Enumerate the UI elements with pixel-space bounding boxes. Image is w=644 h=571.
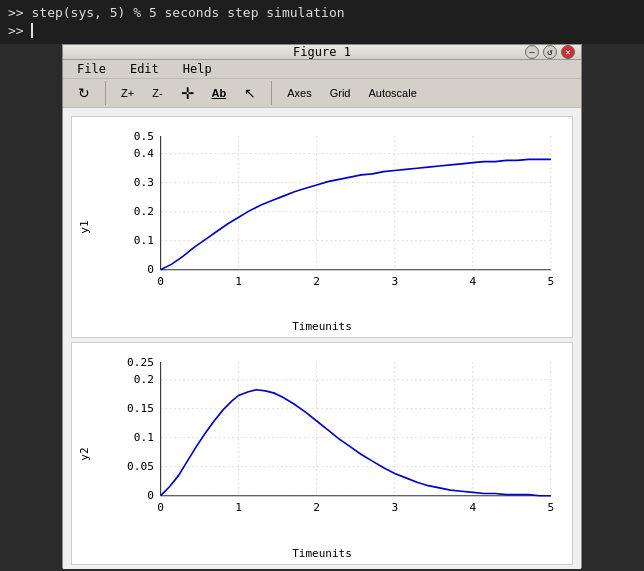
tb-autoscale[interactable]: Autoscale <box>361 79 423 107</box>
tb-grid[interactable]: Grid <box>323 79 358 107</box>
svg-text:0.25: 0.25 <box>127 357 154 370</box>
svg-text:0.2: 0.2 <box>134 205 154 218</box>
tb-select[interactable]: ↖ <box>237 79 263 107</box>
svg-text:2: 2 <box>313 502 320 515</box>
figure-title: Figure 1 <box>293 45 351 59</box>
plot-area: y1 Timeunits <box>63 108 581 569</box>
chart2-xlabel: Timeunits <box>292 547 352 560</box>
svg-text:5: 5 <box>547 502 554 515</box>
figure-titlebar: Figure 1 – ↺ ✕ <box>63 45 581 60</box>
svg-text:0.05: 0.05 <box>127 460 154 473</box>
tb-zoom-in[interactable]: Z+ <box>114 79 141 107</box>
tb-divider1 <box>105 81 106 105</box>
svg-text:0.1: 0.1 <box>134 234 154 247</box>
svg-text:0: 0 <box>147 489 154 502</box>
svg-text:1: 1 <box>235 502 242 515</box>
svg-text:4: 4 <box>469 275 476 288</box>
chart2: y2 Timeunits <box>71 342 573 564</box>
svg-text:0.1: 0.1 <box>134 431 154 444</box>
prompt2: >> <box>8 23 31 38</box>
svg-text:3: 3 <box>391 275 398 288</box>
close-button[interactable]: ✕ <box>561 45 575 59</box>
tb-axes[interactable]: Axes <box>280 79 318 107</box>
svg-text:0.5: 0.5 <box>134 130 154 143</box>
cursor <box>31 23 41 38</box>
svg-text:2: 2 <box>313 275 320 288</box>
tb-divider2 <box>271 81 272 105</box>
tb-text[interactable]: Ab <box>205 79 234 107</box>
svg-text:4: 4 <box>469 502 476 515</box>
tb-zoom-out[interactable]: Z- <box>145 79 169 107</box>
menu-help[interactable]: Help <box>177 60 218 78</box>
chart1-svg: 0 0.1 0.2 0.3 0.4 0.5 0 1 2 3 4 5 <box>116 127 562 305</box>
svg-text:0.15: 0.15 <box>127 402 154 415</box>
chart1-ylabel: y1 <box>78 221 91 234</box>
tb-spin[interactable]: ↻ <box>71 79 97 107</box>
window-controls: – ↺ ✕ <box>525 45 575 59</box>
prompt1: >> <box>8 5 31 20</box>
svg-text:5: 5 <box>547 275 554 288</box>
svg-text:1: 1 <box>235 275 242 288</box>
terminal: >> step(sys, 5) % 5 seconds step simulat… <box>0 0 644 44</box>
chart1: y1 Timeunits <box>71 116 573 338</box>
figure-window: Figure 1 – ↺ ✕ File Edit Help ↻ Z+ Z- ✛ … <box>62 44 582 568</box>
chart1-inner: y1 Timeunits <box>72 117 572 337</box>
svg-text:0: 0 <box>157 502 164 515</box>
tb-pan[interactable]: ✛ <box>174 79 201 107</box>
svg-text:0: 0 <box>157 275 164 288</box>
svg-text:0: 0 <box>147 263 154 276</box>
svg-text:0.2: 0.2 <box>134 373 154 386</box>
chart2-inner: y2 Timeunits <box>72 343 572 563</box>
menu-edit[interactable]: Edit <box>124 60 165 78</box>
terminal-line2: >> <box>8 22 636 40</box>
terminal-line1: >> step(sys, 5) % 5 seconds step simulat… <box>8 4 636 22</box>
chart2-svg: 0 0.05 0.1 0.15 0.2 0.25 0 1 2 3 4 5 <box>116 353 562 531</box>
menubar: File Edit Help <box>63 60 581 79</box>
toolbar: ↻ Z+ Z- ✛ Ab ↖ Axes Grid Autoscale <box>63 79 581 108</box>
restore-button[interactable]: ↺ <box>543 45 557 59</box>
minimize-button[interactable]: – <box>525 45 539 59</box>
cmd1: step(sys, 5) % 5 seconds step simulation <box>31 5 344 20</box>
menu-file[interactable]: File <box>71 60 112 78</box>
chart2-ylabel: y2 <box>78 447 91 460</box>
chart1-xlabel: Timeunits <box>292 320 352 333</box>
svg-text:3: 3 <box>391 502 398 515</box>
svg-text:0.3: 0.3 <box>134 176 154 189</box>
svg-text:0.4: 0.4 <box>134 147 154 160</box>
